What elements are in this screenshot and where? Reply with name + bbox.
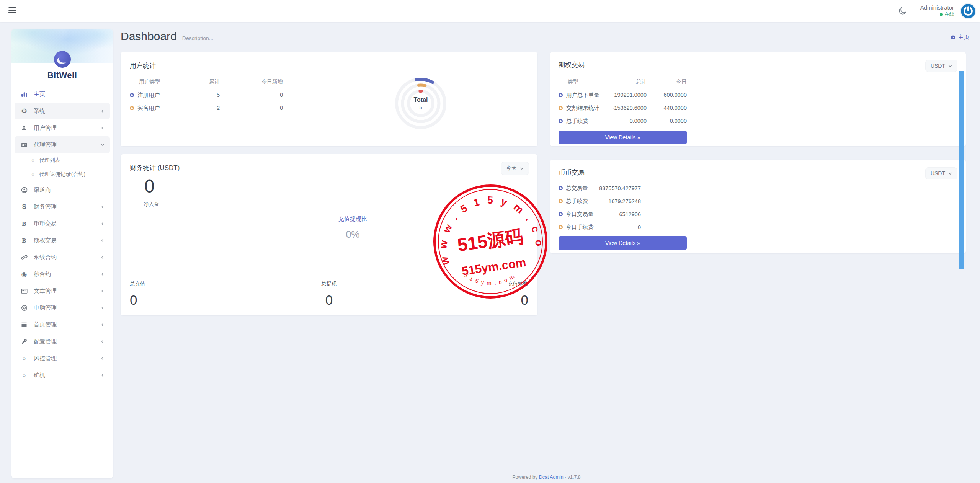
row-label: 今日交易量 [566,210,594,218]
net-deposit-label: 净入金 [144,201,159,208]
sidebar-item-7[interactable]: B期权交易 [15,232,110,249]
avatar[interactable] [961,4,975,18]
row-label: 注册用户 [137,91,160,99]
col-header: 类型 [568,78,601,85]
sidebar-item-label: 永续合约 [34,254,95,261]
sidebar-item-9[interactable]: ◉秒合约 [15,266,110,282]
row-value: 0 [594,224,641,230]
chevron-left-icon [101,339,105,344]
coin-currency-select[interactable]: USDT [925,167,957,179]
option-trade-table: 类型总计今日用户总下单量199291.0000600.0000交割结果统计-15… [559,78,687,124]
col-header: 今日新增 [220,78,283,85]
finance-bottom-stats: 总充值0总提现0充值笔数0 [130,281,528,308]
home-gauge-icon [950,34,956,40]
dot-circle-icon: ◉ [20,271,28,277]
row-today: 600.0000 [647,92,687,98]
chevron-left-icon [101,272,105,276]
sidebar-item-label: 系统 [34,108,95,115]
top-navbar: Administrator 在线 [0,0,980,22]
hamburger-menu-icon[interactable] [8,7,16,14]
user-name: Administrator [920,4,954,11]
sidebar-subitem-3-1[interactable]: ○代理返佣记录(合约) [15,167,110,181]
row-label: 总手续费 [566,197,588,205]
brand-logo-icon[interactable] [54,51,71,68]
footer: Powered by Dcat Admin · v1.7.8 [113,475,980,480]
sidebar-item-11[interactable]: 申购管理 [15,299,110,316]
stat-value: 0 [395,292,528,308]
option-currency-select[interactable]: USDT [925,60,957,72]
row-total: 5 [176,92,220,98]
coin-trade-row-2: 今日交易量6512906 [559,210,641,218]
user-stats-header-row: 用户类型累计今日新增 [130,78,283,85]
sidebar-item-14[interactable]: ○风控管理 [15,350,110,367]
row-total: 0.0000 [601,118,647,124]
row-value: 6512906 [594,211,641,217]
finance-stat-0: 总充值0 [130,281,263,308]
deposit-withdraw-ratio: 充值提现比 0% [144,215,561,240]
sidebar-item-15[interactable]: ○矿机 [15,367,110,383]
user-block[interactable]: Administrator 在线 [920,4,954,17]
sidebar-item-5[interactable]: $财务管理 [15,198,110,215]
col-header: 今日 [647,78,687,85]
donut-total-value: 5 [419,104,422,110]
row-total: -153629.6000 [601,105,647,111]
user-stats-table: 用户类型累计今日新增注册用户50实名用户20 [130,78,283,111]
chevron-left-icon [101,373,105,377]
marker-circle-icon [559,225,563,229]
sidebar: BitWell 主页⚙系统用户管理代理管理○代理列表○代理返佣记录(合约)渠道商… [11,29,113,478]
sidebar-item-1[interactable]: ⚙系统 [15,103,110,119]
sidebar-item-label: 配置管理 [34,338,95,345]
option-view-details-button[interactable]: View Details » [559,131,687,144]
row-label: 用户总下单量 [566,91,599,99]
sidebar-item-12[interactable]: 首页管理 [15,316,110,333]
scrollbar-thumb[interactable] [959,71,964,269]
finance-range-select[interactable]: 今天 [501,162,529,175]
dollar-icon: $ [20,203,28,210]
online-dot-icon [940,13,943,16]
footer-separator: · [565,475,566,480]
sidebar-item-0[interactable]: 主页 [15,86,110,103]
footer-powered-prefix: Powered by [512,475,537,480]
sidebar-item-3[interactable]: 代理管理 [15,136,110,153]
finance-range-value: 今天 [506,165,517,172]
sidebar-item-label: 财务管理 [34,203,95,210]
sidebar-item-label: 风控管理 [34,355,95,362]
chevron-left-icon [101,238,105,243]
circle-icon: ○ [20,372,28,379]
sidebar-item-label: 申购管理 [34,304,95,312]
chevron-left-icon [101,356,105,361]
option-trade-header-row: 类型总计今日 [559,78,687,85]
marker-circle-icon [559,186,563,190]
row-label: 总手续费 [566,117,588,125]
option-trade-card: 期权交易 USDT 类型总计今日用户总下单量199291.0000600.000… [550,52,966,146]
row-value: 1679.276248 [588,198,641,204]
stat-value: 0 [130,292,263,308]
gear-icon: ⚙ [20,108,28,114]
sidebar-item-8[interactable]: 永续合约 [15,249,110,266]
coin-view-details-button[interactable]: View Details » [559,236,687,250]
footer-dcat-link[interactable]: Dcat Admin [539,475,564,480]
row-total: 199291.0000 [601,92,647,98]
brand-zone: BitWell [11,29,113,86]
row-label: 今日手续费 [566,224,594,231]
chevron-down-icon [948,65,952,67]
stat-label: 充值笔数 [395,281,528,287]
sidebar-item-2[interactable]: 用户管理 [15,119,110,136]
sidebar-item-label: 首页管理 [34,321,95,328]
sidebar-item-label: 代理管理 [34,141,95,148]
stat-label: 总提现 [263,281,395,287]
sidebar-item-6[interactable]: B币币交易 [15,215,110,232]
finance-title: 财务统计 (USDT) [130,163,528,172]
breadcrumb[interactable]: 主页 [950,34,969,41]
user-stats-card: 用户统计 用户类型累计今日新增注册用户50实名用户20 Total 5 [121,52,537,146]
stat-label: 总充值 [130,281,263,287]
circle-icon: ○ [31,158,34,163]
chevron-left-icon [101,109,105,113]
sidebar-item-13[interactable]: 配置管理 [15,333,110,350]
dark-mode-moon-icon[interactable] [898,6,908,16]
sidebar-item-10[interactable]: 文章管理 [15,282,110,299]
sidebar-item-4[interactable]: 渠道商 [15,181,110,198]
sidebar-subitem-3-0[interactable]: ○代理列表 [15,153,110,167]
chevron-left-icon [101,205,105,209]
bars-icon [20,321,28,328]
